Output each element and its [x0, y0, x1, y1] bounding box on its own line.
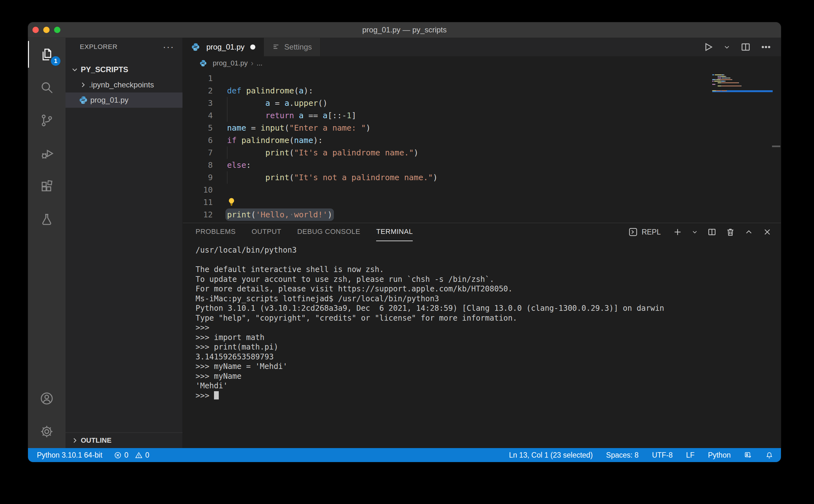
activity-source-control[interactable] [28, 104, 65, 137]
tab-settings[interactable]: Settings [264, 38, 320, 56]
activity-run-debug[interactable] [28, 137, 65, 170]
feedback-icon[interactable] [744, 451, 752, 459]
code-line[interactable]: 4 return a == a[::-1] [183, 109, 781, 122]
terminal[interactable]: /usr/local/bin/python3 The default inter… [183, 241, 781, 448]
status-item[interactable]: LF [686, 451, 695, 460]
modified-dot-icon[interactable] [250, 44, 255, 50]
status-python-interpreter[interactable]: Python 3.10.1 64-bit [37, 451, 102, 460]
line-number[interactable]: 4 [183, 109, 213, 122]
folder-root-label: PY_SCRIPTS [81, 65, 128, 74]
code-line[interactable]: 1 [183, 72, 781, 85]
breadcrumb-file[interactable]: prog_01.py [213, 59, 248, 67]
folder-root-py-scripts[interactable]: PY_SCRIPTS [65, 62, 182, 77]
title-bar: prog_01.py — py_scripts [28, 22, 781, 38]
tree-item-prog-01-py[interactable]: prog_01.py [65, 92, 182, 108]
code-line[interactable]: 11 [183, 196, 781, 208]
split-editor-icon[interactable] [740, 42, 751, 52]
status-item[interactable]: Ln 13, Col 1 (23 selected) [509, 451, 593, 460]
notifications-bell-icon[interactable] [765, 451, 773, 459]
terminal-line: >>> myName [195, 371, 775, 381]
desktop: prog_01.py — py_scripts 1 [0, 0, 814, 504]
activity-extensions[interactable] [28, 170, 65, 203]
editor-actions [703, 38, 781, 56]
status-item[interactable]: Python [708, 451, 731, 460]
tree-item-ipynb-checkpoints[interactable]: .ipynb_checkpoints [65, 77, 182, 92]
outline-section-header[interactable]: OUTLINE [65, 432, 182, 448]
editor-tab-bar: prog_01.py Settings [183, 38, 781, 56]
activity-explorer[interactable]: 1 [28, 38, 65, 71]
close-panel-icon[interactable] [763, 227, 772, 237]
terminal-line: >>> import math [195, 333, 775, 343]
activity-bar: 1 [28, 38, 65, 448]
line-number[interactable]: 11 [183, 196, 213, 208]
run-button-icon[interactable] [703, 42, 714, 52]
line-number[interactable]: 8 [183, 159, 213, 171]
terminal-line: /usr/local/bin/python3 [195, 245, 775, 255]
activity-search[interactable] [28, 71, 65, 104]
line-number[interactable]: 10 [183, 184, 213, 196]
code-line[interactable]: 10 [183, 184, 781, 196]
kill-terminal-trash-icon[interactable] [726, 227, 735, 237]
git-branch-icon [39, 113, 54, 128]
explorer-sidebar: EXPLORER ··· PY_SCRIPTS .ipynb_checkpoin… [65, 38, 183, 448]
editor-scrollbar-thumb[interactable] [772, 146, 780, 147]
panel-tab-terminal[interactable]: TERMINAL [376, 223, 413, 241]
code-line[interactable]: 6if palindrome(name): [183, 134, 781, 146]
split-panel-icon[interactable] [707, 227, 717, 237]
terminal-prompt-line[interactable]: >>> [195, 391, 775, 401]
code-line[interactable]: 2def palindrome(a): [183, 85, 781, 97]
editor-lines: 12def palindrome(a):3 a = a.upper()4 ret… [183, 70, 781, 221]
activity-account[interactable] [28, 382, 65, 415]
run-dropdown-chevron-icon[interactable] [723, 43, 731, 51]
line-number[interactable]: 1 [183, 72, 213, 85]
panel-tab-debug-console[interactable]: DEBUG CONSOLE [297, 223, 360, 241]
activity-testing[interactable] [28, 203, 65, 236]
status-item[interactable]: Spaces: 8 [606, 451, 639, 460]
activity-settings[interactable] [28, 415, 65, 448]
code-line[interactable]: 9 print("It's not a palindrome name.") [183, 171, 781, 184]
status-problems[interactable]: 0 0 [114, 451, 149, 460]
code-line[interactable]: 7 print("It's a palindrome name.") [183, 146, 781, 159]
tab-label: Settings [284, 43, 312, 51]
line-number[interactable]: 7 [183, 146, 213, 159]
error-count: 0 [124, 451, 128, 460]
status-item[interactable]: UTF-8 [652, 451, 673, 460]
explorer-more-actions-button[interactable]: ··· [163, 45, 174, 48]
warning-count: 0 [145, 451, 149, 460]
tab-label: prog_01.py [206, 43, 244, 51]
bottom-panel: PROBLEMSOUTPUTDEBUG CONSOLETERMINAL REPL [183, 223, 781, 448]
line-number[interactable]: 9 [183, 171, 213, 184]
line-number[interactable]: 6 [183, 134, 213, 146]
vscode-window: prog_01.py — py_scripts 1 [28, 22, 781, 462]
lightbulb-icon[interactable] [227, 197, 236, 206]
terminal-instance[interactable]: REPL [628, 227, 661, 237]
line-number[interactable]: 2 [183, 85, 213, 97]
extensions-icon [39, 179, 54, 194]
window-title: prog_01.py — py_scripts [28, 25, 781, 34]
terminal-line: Ms-iMac:py_scripts lotfinejad$ /usr/loca… [195, 294, 775, 304]
terminal-line: Python 3.10.1 (v3.10.1:2cd268a3a9, Dec 6… [195, 303, 775, 313]
chevron-right-icon [71, 436, 79, 445]
tree-item-label: prog_01.py [90, 96, 128, 105]
terminal-instance-label: REPL [642, 228, 661, 236]
line-number[interactable]: 5 [183, 122, 213, 134]
code-text [227, 196, 236, 208]
terminal-line: >>> myName = 'Mehdi' [195, 362, 775, 371]
code-line[interactable]: 3 a = a.upper() [183, 97, 781, 109]
new-terminal-plus-icon[interactable] [673, 227, 682, 237]
tab-prog-01-py[interactable]: prog_01.py [183, 38, 264, 56]
panel-tab-output[interactable]: OUTPUT [251, 223, 281, 241]
maximize-panel-chevron-up-icon[interactable] [744, 227, 754, 237]
breadcrumb-symbol[interactable]: ... [256, 59, 262, 67]
line-number[interactable]: 12 [183, 208, 213, 221]
code-editor[interactable]: 12def palindrome(a):3 a = a.upper()4 ret… [183, 70, 781, 223]
line-number[interactable]: 3 [183, 97, 213, 109]
minimap[interactable] [712, 73, 773, 92]
status-bar: Python 3.10.1 64-bit 0 0 Ln 13, Col 1 (2… [28, 448, 781, 462]
terminal-dropdown-chevron-icon[interactable] [691, 228, 698, 235]
more-actions-icon[interactable] [761, 42, 771, 52]
code-line[interactable]: 5name = input("Enter a name: ") [183, 122, 781, 134]
code-line[interactable]: 12print('Hello,·world!') [183, 208, 781, 221]
code-line[interactable]: 8else: [183, 159, 781, 171]
panel-tab-problems[interactable]: PROBLEMS [195, 223, 236, 241]
